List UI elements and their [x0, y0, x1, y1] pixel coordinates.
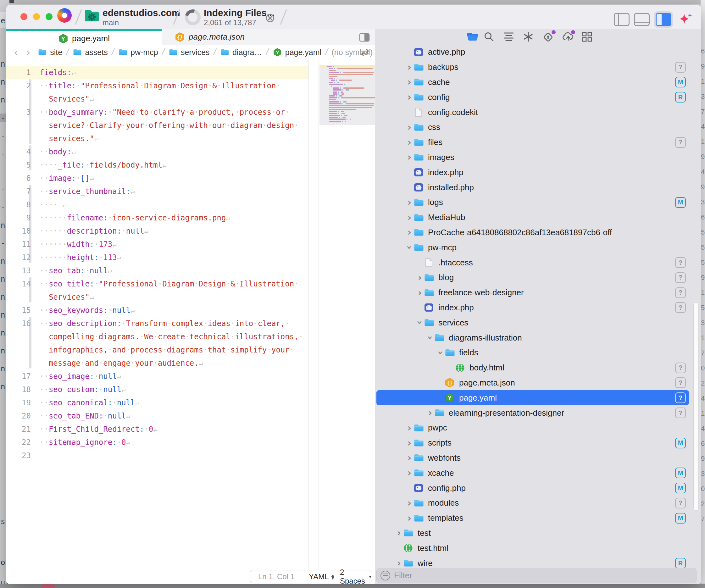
code-line[interactable]: 14··seo_title:·"Professional·Diagram·Des… [6, 277, 309, 291]
toggle-right-sidebar-button[interactable] [656, 13, 671, 26]
code-line[interactable]: 9······filename:·icon-service-diagrams.p… [6, 211, 309, 225]
code-line[interactable]: message·and·engage·your·audience.↵ [6, 356, 309, 370]
tree-row[interactable]: ›ProCache-a64180868802c86af13ea681897cb6… [376, 225, 689, 240]
tree-row[interactable]: body.html? [376, 360, 689, 376]
code-line[interactable]: compelling·diagrams.·We·create·technical… [6, 330, 309, 343]
tree-row[interactable]: ›elearning-presentation-designer? [376, 405, 689, 421]
code-line[interactable]: service?·Clarify·your·offering·with·our·… [6, 119, 309, 132]
chevron-right-icon[interactable]: › [405, 439, 414, 447]
tree-row[interactable]: index.php? [376, 300, 689, 315]
filter-input[interactable]: Filter [376, 568, 697, 583]
sidebar-scrollbar[interactable] [693, 302, 699, 511]
tree-row[interactable]: .htaccess? [376, 255, 689, 270]
tree-row[interactable]: ›wireR [376, 555, 689, 568]
tree-row[interactable]: config.phpM [376, 481, 689, 496]
chevron-right-icon[interactable]: › [395, 559, 403, 567]
chevron-right-icon[interactable]: › [405, 514, 414, 522]
ai-sparkle-icon[interactable] [677, 12, 694, 28]
code-line[interactable]: 3··body_summary:·"Need·to·clarify·a·prod… [6, 106, 309, 119]
forward-icon[interactable]: › [27, 46, 31, 58]
tree-row[interactable]: active.php [376, 45, 689, 60]
close-window-button[interactable] [20, 13, 27, 20]
code-line[interactable]: 5····_file:·fields/body.html↵ [6, 158, 309, 172]
breadcrumb-item[interactable]: assets [72, 48, 107, 57]
tree-row[interactable]: ›test [376, 526, 689, 541]
tree-row[interactable]: ›configR [376, 90, 689, 105]
tree-row[interactable]: ›webfonts [376, 451, 689, 466]
activity-title[interactable]: Indexing Files... [204, 7, 275, 18]
code-line[interactable]: 15··seo_keywords:·null↵ [6, 304, 309, 317]
breadcrumb-item[interactable]: site [37, 48, 62, 57]
minimap[interactable] [320, 65, 375, 125]
indent-selector[interactable]: 2 Spaces ▾ [340, 571, 371, 583]
tab-page-meta-json[interactable]: {} page.meta.json [161, 29, 258, 45]
code-line[interactable]: 6··image:·[]↵ [6, 172, 309, 185]
tree-row[interactable]: ›backups? [376, 60, 689, 75]
chevron-down-icon[interactable]: › [416, 318, 424, 327]
code-line[interactable]: 1fields:↵ [6, 66, 309, 79]
code-line[interactable]: 16··seo_description:·Transform·complex·i… [6, 317, 309, 330]
tree-row[interactable]: ›images [376, 150, 689, 165]
breadcrumb-item[interactable]: pw-mcp [118, 48, 158, 57]
chevron-right-icon[interactable]: › [405, 469, 414, 477]
search-icon[interactable] [484, 32, 495, 43]
chevron-right-icon[interactable]: › [426, 409, 434, 417]
tree-row[interactable]: ›diagrams-illustration [376, 330, 689, 345]
tree-row[interactable]: ›css [376, 120, 689, 135]
tree-row[interactable]: ›logsM [376, 195, 689, 210]
tree-row[interactable]: installed.php [376, 180, 689, 195]
jump-to-definition-icon[interactable]: ⇄ [361, 46, 369, 58]
code-line[interactable]: services."↵ [6, 132, 309, 145]
files-folder-icon[interactable] [467, 32, 478, 43]
tree-row[interactable]: ›pwpc [376, 421, 689, 436]
chevron-right-icon[interactable]: › [405, 454, 414, 462]
tab-page-yaml[interactable]: Y page.yaml [6, 29, 161, 47]
chevron-right-icon[interactable]: › [395, 529, 403, 537]
code-line[interactable]: 13··seo_tab:·null↵ [6, 264, 309, 277]
code-line[interactable]: 19··seo_canonical:·null↵ [6, 396, 309, 409]
tree-row[interactable]: Ypage.yaml? [376, 390, 689, 405]
chevron-down-icon[interactable]: › [405, 243, 414, 252]
breadcrumb-item[interactable]: Ypage.yaml [272, 47, 321, 57]
code-line[interactable]: 7··service_thumbnail:↵ [6, 185, 309, 198]
chevron-down-icon[interactable]: › [426, 334, 434, 342]
code-line[interactable]: Services"↵ [6, 92, 309, 106]
extensions-grid-icon[interactable] [582, 32, 593, 43]
zoom-window-button[interactable] [46, 13, 52, 20]
tree-row[interactable]: ›cacheM [376, 75, 689, 90]
code-line[interactable]: 2··title:·"Professional·Diagram·Design·&… [6, 79, 309, 92]
split-editor-icon[interactable] [359, 33, 370, 42]
code-line[interactable]: 8····-↵ [6, 198, 309, 211]
tree-row[interactable]: config.codekit [376, 105, 689, 120]
breadcrumb-item[interactable]: services [168, 48, 210, 57]
code-line[interactable]: 22··sitemap_ignore:·0↵ [6, 436, 309, 449]
chevron-right-icon[interactable]: › [405, 138, 414, 147]
chevron-right-icon[interactable]: › [405, 93, 414, 101]
code-editor[interactable]: 1fields:↵2··title:·"Professional·Diagram… [6, 60, 375, 584]
chevron-right-icon[interactable]: › [405, 213, 414, 222]
tree-row[interactable]: ›blog? [376, 270, 689, 285]
code-line[interactable]: 10······description:·null↵ [6, 225, 309, 238]
language-selector[interactable]: YAML ▲▼ [303, 571, 340, 583]
project-name[interactable]: edenstudios.com [102, 7, 180, 18]
tree-row[interactable]: {}page.meta.json? [376, 376, 689, 391]
code-line[interactable]: 18··seo_custom:·null↵ [6, 383, 309, 396]
tree-row[interactable]: index.php [376, 165, 689, 180]
chevron-right-icon[interactable]: › [405, 228, 414, 237]
chevron-right-icon[interactable]: › [405, 63, 414, 71]
tree-row[interactable]: ›modules? [376, 496, 689, 511]
publish-cloud-icon[interactable] [562, 32, 573, 43]
tree-row[interactable]: ›services [376, 315, 689, 330]
chevron-right-icon[interactable]: › [405, 499, 414, 507]
chevron-right-icon[interactable]: › [416, 289, 424, 297]
chevron-down-icon[interactable]: › [436, 349, 444, 357]
code-line[interactable]: 11······width:·173↵ [6, 238, 309, 251]
tree-row[interactable]: ›scriptsM [376, 436, 689, 451]
chevron-right-icon[interactable]: › [405, 78, 414, 86]
chevron-right-icon[interactable]: › [405, 424, 414, 432]
chevron-right-icon[interactable]: › [405, 153, 414, 161]
code-line[interactable]: infographics,·and·process·diagrams·that·… [6, 343, 309, 356]
code-line[interactable]: 17··seo_image:·null↵ [6, 370, 309, 383]
minimize-window-button[interactable] [33, 13, 40, 20]
tree-row[interactable]: ›files? [376, 135, 689, 150]
